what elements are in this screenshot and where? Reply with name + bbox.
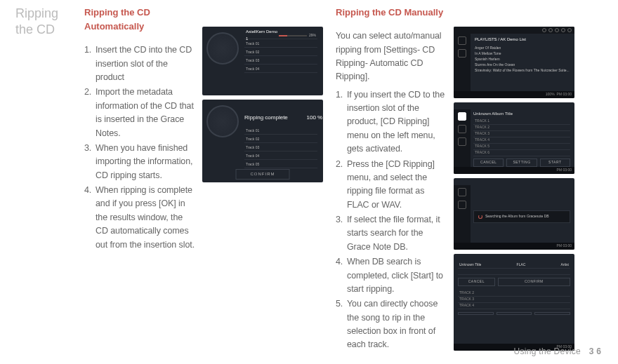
figure-ripping-menu: Unknown Album Title TRACK 1 TRACK 2 TRAC… bbox=[454, 102, 574, 174]
setting-button[interactable]: SETTING bbox=[506, 159, 537, 167]
sidebar-title-line1: Ripping bbox=[15, 6, 58, 20]
track-item[interactable]: TRACK 3 bbox=[475, 131, 489, 137]
playlist-header: PLAYLISTS / AK Demo List bbox=[475, 36, 570, 43]
topbar-icon bbox=[555, 28, 559, 32]
track-label: Track 04 bbox=[246, 67, 259, 72]
steps-manual: If you insert the CD to the insertion sl… bbox=[336, 88, 448, 352]
cancel-button[interactable]: CANCEL bbox=[458, 278, 495, 286]
track-item[interactable]: TRACK 5 bbox=[475, 144, 489, 149]
progress-pct: 29% bbox=[309, 33, 316, 39]
status-time: PM 03:00 bbox=[557, 168, 572, 173]
btn-placeholder[interactable] bbox=[534, 312, 570, 315]
track-item[interactable]: TRACK 4 bbox=[459, 303, 474, 309]
confirm-button[interactable]: CONFIRM bbox=[236, 169, 290, 180]
topbar-icon bbox=[542, 28, 546, 32]
col-manual-text: Ripping the CD Manually You can select a… bbox=[336, 6, 448, 353]
track-label: Track 05 bbox=[246, 162, 259, 168]
topbar-icon bbox=[567, 28, 572, 32]
figure-searching: Searching the Album from Gracenote DB PM… bbox=[454, 178, 574, 250]
status-footer: PM 03:00 bbox=[454, 243, 574, 250]
playlist-item[interactable]: Spanish Harlem bbox=[475, 56, 570, 62]
playlist-item[interactable]: Anger Of Raiden bbox=[475, 45, 570, 50]
col-artist: Artist bbox=[561, 262, 569, 268]
auto-step: Insert the CD into the CD insertion slot… bbox=[84, 43, 197, 84]
searching-label: Searching the Album from Gracenote DB bbox=[485, 214, 549, 220]
col-auto-figures: AstellKern Demo 1 29% Track 01 Track 02 … bbox=[202, 6, 323, 353]
auto-step: When you have finished importing the inf… bbox=[84, 142, 197, 182]
nav-icon[interactable] bbox=[458, 188, 466, 196]
track-item[interactable]: TRACK 6 bbox=[475, 150, 489, 156]
nav-icon[interactable] bbox=[458, 137, 466, 146]
manual-intro: You can select auto/manual ripping from … bbox=[336, 29, 448, 84]
topbar-icon bbox=[548, 28, 553, 32]
progress-pct: 100 % bbox=[306, 114, 322, 121]
heading-manual: Ripping the CD Manually bbox=[336, 6, 448, 20]
btn-placeholder[interactable] bbox=[458, 312, 494, 315]
cd-ripping-nav-icon[interactable] bbox=[458, 112, 466, 121]
btn-placeholder[interactable] bbox=[497, 312, 532, 315]
left-nav bbox=[454, 34, 471, 91]
dial-gauge bbox=[206, 32, 239, 65]
status-footer: PM 03:00 bbox=[454, 167, 574, 174]
track-item[interactable]: TRACK 1 bbox=[475, 119, 489, 124]
status-footer: 100% PM 03:00 bbox=[454, 91, 574, 98]
col-manual-figures: PLAYLISTS / AK Demo List Anger Of Raiden… bbox=[454, 6, 574, 353]
page-footer: Using the Device 36 bbox=[513, 345, 604, 358]
cd-ripping-panel: Unknown Album Title TRACK 1 TRACK 2 TRAC… bbox=[473, 111, 570, 166]
left-nav bbox=[454, 185, 471, 243]
status-time: PM 03:00 bbox=[557, 92, 572, 97]
manual-step: If you insert the CD to the insertion sl… bbox=[336, 88, 448, 156]
track-item[interactable]: TRACK 4 bbox=[475, 137, 489, 143]
auto2-tracklist: Track 01 Track 02 Track 03 Track 04 Trac… bbox=[244, 128, 317, 168]
figure-confirm: Unknown Title FLAC Artist CANCEL CONFIRM… bbox=[454, 254, 574, 351]
playlist-item[interactable]: In A Mellow Tone bbox=[475, 50, 570, 56]
nav-icon[interactable] bbox=[458, 36, 466, 45]
track-item[interactable]: TRACK 2 bbox=[475, 125, 489, 130]
figure-playlist: PLAYLISTS / AK Demo List Anger Of Raiden… bbox=[454, 27, 574, 98]
nav-icon[interactable] bbox=[458, 201, 466, 209]
nav-icon[interactable] bbox=[458, 125, 466, 133]
figure-auto-complete: Ripping complete 100 % Track 01 Track 02… bbox=[202, 100, 323, 182]
page-number: 36 bbox=[589, 346, 604, 356]
content: Ripping the CD Automatically Insert the … bbox=[84, 6, 605, 353]
nav-icon[interactable] bbox=[458, 49, 466, 58]
dial-gauge bbox=[206, 105, 239, 137]
footer-section: Using the Device bbox=[513, 346, 581, 356]
manual-step: Press the [CD Ripping] menu, and select … bbox=[336, 158, 448, 213]
playlist-item[interactable]: Storms Are On the Ocean bbox=[475, 62, 570, 67]
confirm-button[interactable]: CONFIRM bbox=[498, 278, 570, 286]
auto-step: When ripping is complete and if you pres… bbox=[84, 184, 197, 252]
col-flac: FLAC bbox=[517, 262, 526, 268]
track-label: Track 01 bbox=[246, 128, 259, 134]
window-topbar bbox=[454, 27, 574, 34]
manual-step: When DB search is completed, click [Star… bbox=[336, 255, 448, 296]
playlist-list: PLAYLISTS / AK Demo List Anger Of Raiden… bbox=[475, 36, 570, 73]
track-label: Track 03 bbox=[246, 58, 259, 64]
confirm-header: Unknown Title bbox=[459, 262, 481, 268]
track-item[interactable]: TRACK 2 bbox=[459, 290, 474, 296]
status-temp: 100% bbox=[546, 92, 555, 97]
playlist-item[interactable]: Stravinsky: Waltz of the Flowers from Th… bbox=[475, 67, 570, 73]
confirm-panel: Unknown Title FLAC Artist CANCEL CONFIRM… bbox=[458, 262, 570, 342]
track-item[interactable]: TRACK 3 bbox=[459, 297, 474, 302]
left-nav bbox=[454, 109, 471, 167]
page-root: Ripping the CD Ripping the CD Automatica… bbox=[15, 6, 605, 353]
spinner-icon bbox=[478, 215, 482, 219]
manual-step: If select the file format, it starts sea… bbox=[336, 213, 448, 254]
searching-banner: Searching the Album from Gracenote DB bbox=[473, 210, 570, 223]
manual-step: You can directly choose the song to rip … bbox=[336, 297, 448, 352]
sidebar-title-line2: the CD bbox=[15, 22, 55, 36]
album-header: Unknown Album Title bbox=[473, 111, 570, 117]
auto-step: Import the metadata information of the C… bbox=[84, 86, 197, 140]
heading-auto: Ripping the CD Automatically bbox=[84, 6, 197, 34]
auto-tracklist: AstellKern Demo 1 29% Track 01 Track 02 … bbox=[244, 32, 317, 73]
track-label: Track 02 bbox=[246, 137, 259, 142]
album-label: AstellKern Demo 1 bbox=[246, 29, 279, 42]
ripping-complete-label: Ripping complete 100 % bbox=[244, 114, 322, 122]
start-button[interactable]: START bbox=[540, 159, 570, 167]
track-label: Track 03 bbox=[246, 145, 259, 151]
col-auto-text: Ripping the CD Automatically Insert the … bbox=[84, 6, 197, 353]
cancel-button[interactable]: CANCEL bbox=[473, 159, 504, 167]
track-label: Track 01 bbox=[246, 41, 259, 47]
status-time: PM 03:00 bbox=[557, 243, 572, 249]
